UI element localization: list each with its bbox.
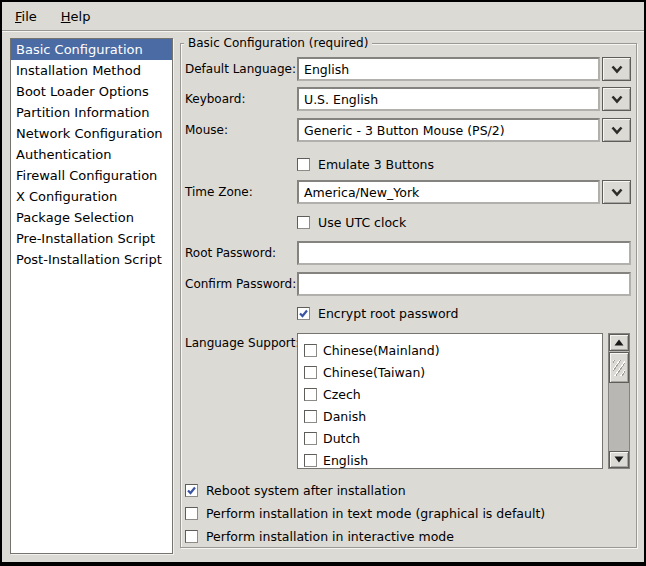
language-option[interactable]: Chinese(Taiwan) xyxy=(298,361,602,383)
language-option[interactable]: Danish xyxy=(298,405,602,427)
interactive-mode-install-checkbox-row[interactable]: Perform installation in interactive mode xyxy=(185,528,454,544)
time-zone-value[interactable]: America/New_York xyxy=(297,180,600,204)
reboot-after-install-checkbox[interactable] xyxy=(185,484,198,497)
scroll-up-icon xyxy=(613,338,625,347)
sidebar-item-basic-configuration[interactable]: Basic Configuration xyxy=(11,39,172,60)
keyboard-combo[interactable]: U.S. English xyxy=(297,87,631,111)
encrypt-root-password-checkbox-row[interactable]: Encrypt root password xyxy=(297,305,458,321)
frame-title: Basic Configuration (required) xyxy=(184,35,372,51)
menubar: File Help xyxy=(2,2,644,31)
language-checkbox[interactable] xyxy=(304,388,317,401)
default-language-dropdown-button[interactable] xyxy=(602,57,631,81)
text-mode-install-checkbox[interactable] xyxy=(185,507,198,520)
use-utc-clock-checkbox[interactable] xyxy=(297,216,310,229)
text-mode-install-label: Perform installation in text mode (graph… xyxy=(206,506,545,521)
app-window: File Help Basic Configuration Installati… xyxy=(0,0,646,566)
default-language-combo[interactable]: English xyxy=(297,57,631,81)
language-option[interactable]: Czech xyxy=(298,383,602,405)
emulate-3-buttons-checkbox-row[interactable]: Emulate 3 Buttons xyxy=(297,156,434,172)
interactive-mode-install-label: Perform installation in interactive mode xyxy=(206,529,454,544)
sidebar-item-boot-loader-options[interactable]: Boot Loader Options xyxy=(11,81,172,102)
reboot-after-install-label: Reboot system after installation xyxy=(206,483,406,498)
text-mode-install-checkbox-row[interactable]: Perform installation in text mode (graph… xyxy=(185,505,545,521)
use-utc-clock-checkbox-row[interactable]: Use UTC clock xyxy=(297,214,406,230)
language-checkbox[interactable] xyxy=(304,432,317,445)
mouse-label: Mouse: xyxy=(185,118,228,142)
sidebar-list: Basic Configuration Installation Method … xyxy=(10,38,173,554)
interactive-mode-install-checkbox[interactable] xyxy=(185,530,198,543)
language-checkbox[interactable] xyxy=(304,410,317,423)
sidebar-item-x-configuration[interactable]: X Configuration xyxy=(11,186,172,207)
language-checkbox[interactable] xyxy=(304,454,317,467)
sidebar-item-pre-installation-script[interactable]: Pre-Installation Script xyxy=(11,228,172,249)
mouse-combo[interactable]: Generic - 3 Button Mouse (PS/2) xyxy=(297,118,631,142)
confirm-password-label: Confirm Password: xyxy=(185,272,296,296)
default-language-label: Default Language: xyxy=(185,57,296,81)
dropdown-arrow-icon xyxy=(610,187,624,197)
sidebar-item-package-selection[interactable]: Package Selection xyxy=(11,207,172,228)
dropdown-arrow-icon xyxy=(610,125,624,135)
language-option-label: Danish xyxy=(323,409,366,424)
keyboard-label: Keyboard: xyxy=(185,87,245,111)
sidebar-item-network-configuration[interactable]: Network Configuration xyxy=(11,123,172,144)
confirm-password-input[interactable] xyxy=(297,272,631,296)
language-option[interactable]: Dutch xyxy=(298,427,602,449)
emulate-3-buttons-checkbox[interactable] xyxy=(297,158,310,171)
menu-help[interactable]: Help xyxy=(53,5,99,28)
encrypt-root-password-checkbox[interactable] xyxy=(297,307,310,320)
use-utc-clock-label: Use UTC clock xyxy=(318,215,406,230)
encrypt-root-password-label: Encrypt root password xyxy=(318,306,458,321)
language-option[interactable]: Chinese(Mainland) xyxy=(298,339,602,361)
root-password-label: Root Password: xyxy=(185,241,276,265)
dropdown-arrow-icon xyxy=(610,64,624,74)
scroll-up-button[interactable] xyxy=(609,334,629,351)
reboot-after-install-checkbox-row[interactable]: Reboot system after installation xyxy=(185,482,406,498)
language-option-label: Czech xyxy=(323,387,361,402)
mouse-dropdown-button[interactable] xyxy=(602,118,631,142)
root-password-input[interactable] xyxy=(297,241,631,265)
keyboard-dropdown-button[interactable] xyxy=(602,87,631,111)
menu-file[interactable]: File xyxy=(7,5,45,28)
sidebar-item-partition-information[interactable]: Partition Information xyxy=(11,102,172,123)
sidebar-item-firewall-configuration[interactable]: Firewall Configuration xyxy=(11,165,172,186)
language-option-label: English xyxy=(323,453,368,468)
basic-configuration-frame: Basic Configuration (required) Default L… xyxy=(180,43,637,548)
sidebar-item-authentication[interactable]: Authentication xyxy=(11,144,172,165)
dropdown-arrow-icon xyxy=(610,94,624,104)
language-option-label: Dutch xyxy=(323,431,360,446)
scroll-down-icon xyxy=(613,455,625,464)
scrollbar-thumb[interactable] xyxy=(609,352,629,383)
language-checkbox[interactable] xyxy=(304,366,317,379)
language-list-scrollbar[interactable] xyxy=(608,333,630,469)
scroll-down-button[interactable] xyxy=(609,451,629,468)
checkmark-icon xyxy=(298,308,309,319)
language-checkbox[interactable] xyxy=(304,344,317,357)
language-option-label: Chinese(Mainland) xyxy=(323,343,440,358)
checkmark-icon xyxy=(186,485,197,496)
keyboard-value[interactable]: U.S. English xyxy=(297,87,600,111)
emulate-3-buttons-label: Emulate 3 Buttons xyxy=(318,157,434,172)
language-support-list[interactable]: Chinese(Mainland) Chinese(Taiwan) Czech … xyxy=(297,333,603,469)
time-zone-dropdown-button[interactable] xyxy=(602,180,631,204)
mouse-value[interactable]: Generic - 3 Button Mouse (PS/2) xyxy=(297,118,600,142)
scrollbar-grip-icon xyxy=(613,360,625,376)
time-zone-combo[interactable]: America/New_York xyxy=(297,180,631,204)
sidebar-item-post-installation-script[interactable]: Post-Installation Script xyxy=(11,249,172,270)
sidebar-item-installation-method[interactable]: Installation Method xyxy=(11,60,172,81)
time-zone-label: Time Zone: xyxy=(185,180,253,204)
default-language-value[interactable]: English xyxy=(297,57,600,81)
language-option[interactable]: English xyxy=(298,449,602,469)
language-option-label: Chinese(Taiwan) xyxy=(323,365,425,380)
language-support-label: Language Support: xyxy=(185,331,300,355)
